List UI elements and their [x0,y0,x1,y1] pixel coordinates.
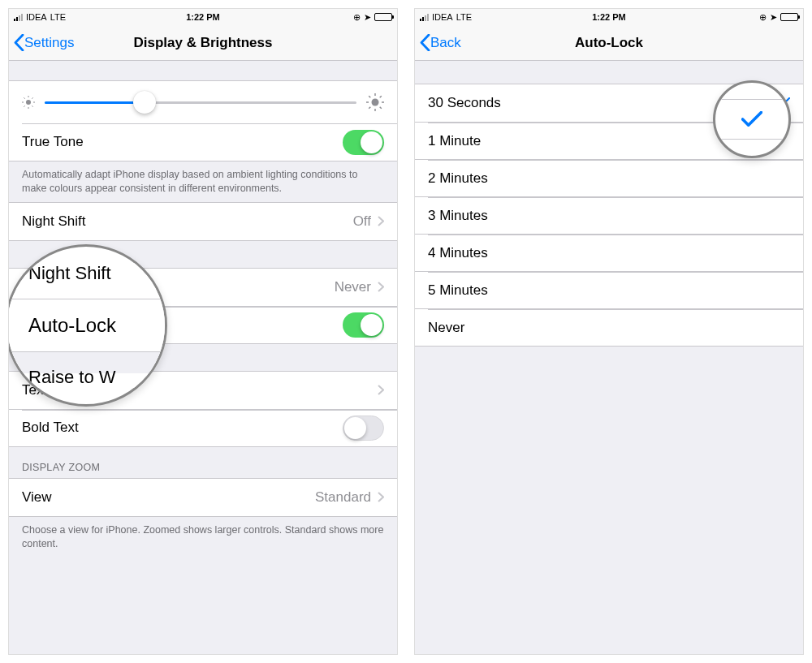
page-title: Display & Brightness [134,35,273,51]
battery-icon [374,13,392,21]
option-label: 5 Minutes [428,282,790,299]
auto-lock-group: Auto-Lock Never Raise to Wake [9,268,397,344]
phone-auto-lock: IDEA LTE 1:22 PM ⊕ ➤ Back Auto-Lock 30 S… [414,8,804,655]
nav-bar: Settings Display & Brightness [9,25,397,61]
battery-icon [780,13,798,21]
back-label: Settings [24,35,74,51]
night-shift-value: Off [353,213,371,230]
clock-label: 1:22 PM [592,12,626,22]
option-label: 1 Minute [428,133,790,149]
text-size-row[interactable]: Text Size [9,372,397,409]
view-label: View [22,489,315,506]
auto-lock-option[interactable]: Never [415,308,803,346]
true-tone-footer: Automatically adapt iPhone display based… [9,161,397,202]
svg-line-5 [24,97,24,98]
auto-lock-option[interactable]: 2 Minutes [415,159,803,196]
carrier-label: IDEA [432,12,453,22]
rotation-lock-icon: ⊕ [353,12,361,23]
auto-lock-options: 30 Seconds1 Minute2 Minutes3 Minutes4 Mi… [415,84,803,347]
chevron-right-icon [378,385,384,395]
chevron-right-icon [378,216,384,226]
network-label: LTE [456,12,472,22]
display-zoom-footer: Choose a view for iPhone. Zoomed shows l… [9,517,397,558]
raise-to-wake-row: Raise to Wake [9,306,397,343]
rotation-lock-icon: ⊕ [759,12,767,23]
auto-lock-option[interactable]: 1 Minute [415,122,803,159]
network-label: LTE [50,12,66,22]
svg-line-15 [380,107,382,109]
option-label: 3 Minutes [428,208,790,224]
raise-to-wake-toggle[interactable] [343,312,384,338]
svg-line-7 [24,105,24,106]
signal-icon [14,14,23,21]
bold-text-label: Bold Text [22,420,343,436]
svg-line-8 [32,97,32,98]
night-shift-row[interactable]: Night Shift Off [9,203,397,240]
night-shift-group: Night Shift Off [9,202,397,241]
page-title: Auto-Lock [575,35,643,51]
location-icon: ➤ [364,12,371,23]
svg-line-17 [380,96,382,97]
svg-line-14 [369,96,370,97]
text-size-label: Text Size [22,382,378,398]
auto-lock-row[interactable]: Auto-Lock Never [9,269,397,306]
night-shift-label: Night Shift [22,213,353,230]
auto-lock-label: Auto-Lock [22,279,335,295]
chevron-left-icon [420,34,430,51]
display-zoom-group: View Standard [9,478,397,517]
bold-text-row: Bold Text [9,409,397,446]
display-zoom-header: DISPLAY ZOOM [9,447,397,478]
brightness-slider[interactable] [45,91,356,114]
sun-low-icon [22,96,35,109]
option-label: 4 Minutes [428,245,790,261]
raise-to-wake-label: Raise to Wake [22,316,343,333]
carrier-label: IDEA [26,12,47,22]
signal-icon [420,14,429,21]
back-label: Back [430,35,461,51]
option-label: 30 Seconds [428,95,775,111]
phone-display-brightness: IDEA LTE 1:22 PM ⊕ ➤ Settings Display & … [8,8,398,655]
svg-point-9 [372,99,379,106]
nav-bar: Back Auto-Lock [415,25,803,61]
back-button[interactable]: Settings [9,34,74,51]
true-tone-label: True Tone [22,134,343,150]
chevron-right-icon [378,492,384,502]
checkmark-icon [775,97,790,109]
status-bar: IDEA LTE 1:22 PM ⊕ ➤ [415,9,803,25]
auto-lock-value: Never [335,279,371,295]
chevron-left-icon [14,34,24,51]
status-bar: IDEA LTE 1:22 PM ⊕ ➤ [9,9,397,25]
view-row[interactable]: View Standard [9,479,397,516]
auto-lock-option[interactable]: 30 Seconds [415,84,803,122]
clock-label: 1:22 PM [186,12,220,22]
svg-point-0 [26,100,31,105]
true-tone-toggle[interactable] [343,130,384,155]
chevron-right-icon [378,282,384,292]
auto-lock-option[interactable]: 4 Minutes [415,234,803,271]
svg-line-6 [32,105,32,106]
auto-lock-option[interactable]: 3 Minutes [415,196,803,234]
text-group: Text Size Bold Text [9,371,397,447]
sun-high-icon [366,93,384,111]
bold-text-toggle[interactable] [343,415,384,441]
auto-lock-option[interactable]: 5 Minutes [415,271,803,308]
back-button[interactable]: Back [415,34,461,51]
svg-line-16 [369,107,370,109]
option-label: 2 Minutes [428,170,790,187]
location-icon: ➤ [770,12,777,23]
view-value: Standard [315,489,371,506]
brightness-row [9,81,397,123]
brightness-group: True Tone [9,80,397,161]
slider-thumb[interactable] [133,91,156,114]
true-tone-row: True Tone [9,123,397,161]
option-label: Never [428,320,790,336]
